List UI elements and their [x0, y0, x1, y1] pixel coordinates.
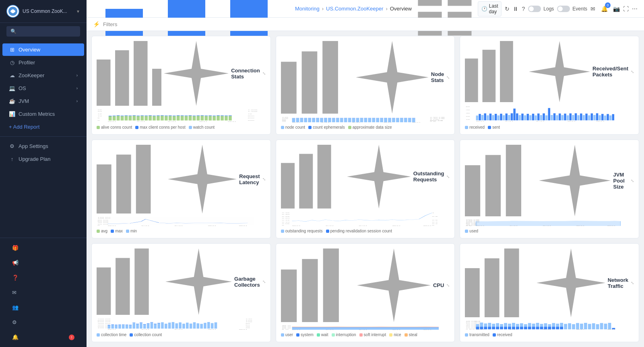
instance-chevron-icon[interactable]: ▼ — [76, 9, 80, 14]
legend-label: system — [301, 333, 314, 337]
svg-text:9PM: 9PM — [239, 226, 247, 226]
svg-rect-129 — [376, 118, 379, 122]
expand-icon[interactable]: ⤡ — [631, 179, 634, 183]
sidebar-team-icon[interactable]: 👥 — [6, 301, 81, 314]
svg-rect-43 — [185, 116, 188, 120]
legend-avg: avg — [97, 229, 107, 233]
filter-label: Filters — [103, 21, 117, 27]
events-toggle[interactable] — [557, 6, 570, 12]
sidebar-item-zookeeper[interactable]: ☁ ZooKeeper › — [2, 69, 84, 82]
svg-rect-60 — [129, 115, 132, 116]
sidebar-item-profiler[interactable]: ◷ Profiler — [2, 56, 84, 69]
sidebar-item-upgrade-plan[interactable]: ↑ Upgrade Plan — [2, 153, 84, 165]
expand-icon[interactable]: ⤡ — [446, 75, 450, 80]
node-stats-title: Node Stats — [431, 71, 444, 83]
expand-icon[interactable]: ⤡ — [262, 71, 266, 76]
svg-rect-195 — [508, 115, 510, 120]
svg-rect-51 — [217, 116, 220, 121]
svg-text:0: 0 — [97, 225, 100, 226]
notification-button[interactable]: 🔔 0 — [599, 3, 610, 14]
breadcrumb-monitoring[interactable]: Monitoring — [295, 6, 320, 12]
svg-text:1 MB: 1 MB — [430, 119, 440, 120]
svg-rect-125 — [360, 118, 363, 122]
svg-rect-114 — [316, 118, 319, 122]
svg-text:0.10: 0.10 — [282, 221, 289, 222]
node-stats-header: Node Stats ⤡ — [281, 41, 450, 114]
legend-sent: sent — [488, 125, 500, 129]
svg-rect-326 — [136, 324, 139, 329]
expand-icon[interactable]: ⤡ — [446, 283, 450, 287]
time-range-selector[interactable]: 🕐 Last day — [478, 1, 502, 16]
help-button[interactable]: ? — [522, 3, 525, 14]
svg-text:25: 25 — [97, 109, 102, 110]
svg-text:14k: 14k — [282, 117, 289, 117]
svg-rect-330 — [151, 322, 153, 329]
sidebar-gift-icon[interactable]: 🎁 — [6, 242, 81, 254]
svg-text:9PM: 9PM — [292, 330, 300, 330]
legend-soft-interrupt: soft interrupt — [359, 333, 386, 337]
mail-button[interactable]: ✉ — [590, 3, 595, 14]
expand-icon[interactable]: ⤡ — [262, 279, 266, 284]
svg-rect-333 — [161, 322, 164, 329]
sidebar-item-app-settings[interactable]: ⚙ App Settings — [2, 140, 84, 152]
svg-text:50 MB/s: 50 MB/s — [466, 323, 481, 324]
sidebar-mail-icon[interactable]: ✉ — [6, 286, 81, 299]
sidebar-help-icon[interactable]: ❓ — [6, 271, 81, 284]
svg-rect-322 — [122, 325, 125, 329]
svg-rect-370 — [302, 259, 318, 322]
svg-text:160 MB: 160 MB — [466, 220, 480, 220]
legend-nice: nice — [389, 333, 401, 337]
svg-text:10k: 10k — [282, 119, 289, 119]
svg-rect-328 — [143, 324, 146, 329]
legend-label: soft interrupt — [364, 333, 386, 337]
sidebar-search[interactable]: 🔍 — [6, 26, 80, 37]
svg-rect-25 — [113, 116, 116, 121]
svg-rect-427 — [580, 324, 583, 329]
legend-transmitted: transmitted — [465, 333, 489, 337]
sidebar-item-custom-metrics[interactable]: 📊 Custom Metrics — [2, 108, 84, 120]
svg-text:0: 0 — [282, 225, 284, 226]
svg-text:60: 60 — [246, 324, 250, 325]
svg-rect-428 — [584, 323, 587, 329]
expand-button[interactable]: ⛶ — [623, 3, 629, 14]
legend-label: collection time — [101, 333, 126, 337]
logs-toggle[interactable] — [528, 6, 541, 12]
legend-label: interruption — [336, 333, 356, 337]
sidebar-item-os[interactable]: 💻 OS › — [2, 82, 84, 94]
expand-icon[interactable]: ⤡ — [631, 70, 634, 74]
legend-color — [308, 126, 312, 129]
sidebar-item-label: + Add Report — [9, 124, 39, 130]
custom-metrics-icon: 📊 — [9, 111, 15, 117]
svg-rect-240 — [97, 164, 111, 214]
sidebar-notification-icon[interactable]: 🔔 ! — [6, 331, 81, 343]
svg-text:3AM: 3AM — [136, 121, 144, 122]
more-button[interactable]: ⋯ — [632, 3, 638, 14]
received-sent-title: Received/Sent Packets — [592, 66, 628, 78]
svg-rect-41 — [177, 116, 180, 121]
svg-rect-133 — [392, 118, 395, 122]
svg-rect-48 — [204, 116, 208, 120]
sidebar-item-jvm[interactable]: ☕ JVM › — [2, 95, 84, 107]
refresh-button[interactable]: ↻ — [505, 3, 510, 14]
svg-rect-130 — [380, 118, 383, 122]
expand-icon[interactable]: ⤡ — [446, 175, 450, 179]
pause-button[interactable]: ⏸ — [513, 3, 518, 14]
expand-icon[interactable]: ⤡ — [262, 177, 266, 181]
svg-text:80 ms: 80 ms — [97, 220, 109, 221]
sidebar-megaphone-icon[interactable]: 📢 — [6, 257, 81, 269]
sidebar-item-overview[interactable]: ⊞ Overview — [2, 43, 84, 56]
sidebar-cog-icon[interactable]: ⚙ — [6, 316, 81, 329]
svg-rect-116 — [324, 118, 327, 122]
sidebar-item-add-report[interactable]: + Add Report — [2, 121, 84, 133]
svg-rect-72 — [177, 115, 180, 116]
camera-button[interactable]: 📷 — [613, 3, 620, 14]
svg-rect-35 — [153, 116, 156, 121]
legend-label: min — [130, 229, 137, 233]
svg-text:9AM: 9AM — [174, 226, 183, 226]
breadcrumb-service[interactable]: US.Common.ZooKeeper — [326, 6, 383, 12]
bar-chart-small-icon — [97, 145, 165, 214]
expand-icon[interactable]: ⤡ — [631, 281, 634, 285]
svg-text:4k: 4k — [466, 109, 471, 111]
svg-rect-45 — [193, 116, 196, 121]
svg-rect-44 — [189, 116, 192, 121]
